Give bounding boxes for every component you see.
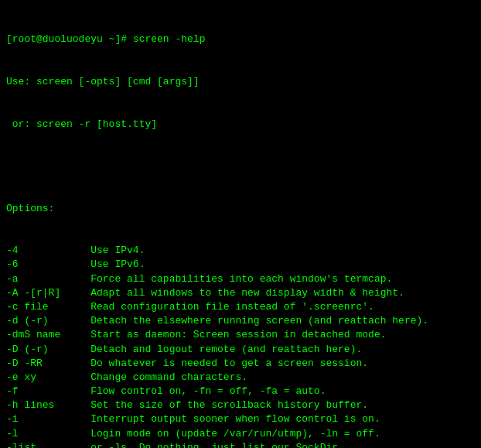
blank-line	[6, 159, 475, 173]
terminal-window: [root@duoluodeyu ~]# screen -help Use: s…	[6, 5, 475, 448]
option-line: -D -RR Do whatever is needed to get a sc…	[6, 357, 475, 371]
option-line: -6 Use IPv6.	[6, 258, 475, 272]
usage-line-1: Use: screen [-opts] [cmd [args]]	[6, 75, 475, 89]
option-line: -dmS name Start as daemon: Screen sessio…	[6, 328, 475, 342]
options-header: Options:	[6, 202, 475, 216]
option-line: -f Flow control on, -fn = off, -fa = aut…	[6, 385, 475, 398]
option-line: -A -[r|R] Adapt all windows to the new d…	[6, 286, 475, 300]
usage-line-2: or: screen -r [host.tty]	[6, 118, 475, 132]
option-line: -h lines Set the size of the scrollback …	[6, 398, 475, 412]
option-line: -d (-r) Detach the elsewhere running scr…	[6, 314, 475, 328]
options-list: -4 Use IPv4.-6 Use IPv6.-a Force all cap…	[6, 244, 475, 448]
option-line: -list or -ls. Do nothing, just list our …	[6, 441, 475, 448]
option-line: -i Interrupt output sooner when flow con…	[6, 412, 475, 426]
option-line: -c file Read configuration file instead …	[6, 300, 475, 314]
prompt-line: [root@duoluodeyu ~]# screen -help	[6, 32, 475, 46]
option-line: -e xy Change command characters.	[6, 371, 475, 385]
option-line: -a Force all capabilities into each wind…	[6, 272, 475, 286]
option-line: -D (-r) Detach and logout remote (and re…	[6, 343, 475, 357]
option-line: -l Login mode on (update /var/run/utmp),…	[6, 427, 475, 441]
option-line: -4 Use IPv4.	[6, 244, 475, 258]
